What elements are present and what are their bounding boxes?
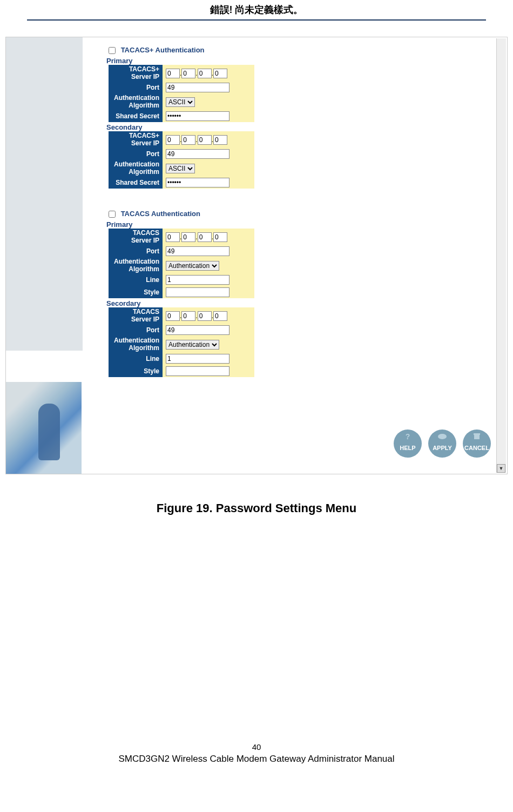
ip-octet-input[interactable] — [181, 69, 195, 78]
auth-alg-select[interactable]: ASCII — [166, 164, 195, 173]
page-number: 40 — [0, 742, 513, 751]
apply-button[interactable]: APPLY — [428, 430, 456, 458]
ip-octet-input[interactable] — [198, 69, 212, 78]
help-button[interactable]: ? HELP — [394, 430, 422, 458]
style-input[interactable] — [166, 287, 230, 297]
line-input[interactable] — [166, 275, 230, 285]
tacacs-title: TACACS Authentication — [121, 210, 200, 218]
apply-icon — [437, 433, 448, 440]
ip-octet-input[interactable] — [181, 311, 195, 321]
help-label: HELP — [400, 445, 415, 451]
field-label: TACACS Server IP — [109, 307, 163, 324]
ip-octet-input[interactable] — [166, 69, 180, 78]
field-label: Port — [109, 324, 163, 336]
ip-octet-input[interactable] — [213, 135, 227, 145]
line-input[interactable] — [166, 354, 230, 364]
port-input[interactable] — [166, 83, 230, 92]
table-row: Style — [109, 365, 254, 377]
table-row: TACACS+ Server IP ... — [109, 131, 254, 147]
shared-secret-input[interactable] — [166, 178, 230, 187]
page-footer: SMCD3GN2 Wireless Cable Modem Gateway Ad… — [0, 754, 513, 781]
svg-point-1 — [438, 434, 447, 439]
trash-icon — [471, 433, 482, 440]
table-row: Port — [109, 147, 254, 160]
field-label: Line — [109, 273, 163, 286]
table-row: Authentication Algorithm Authentication — [109, 257, 254, 273]
table-row: Port — [109, 324, 254, 336]
tacacs-plus-title: TACACS+ Authentication — [121, 46, 205, 54]
cancel-label: CANCEL — [464, 445, 489, 451]
field-label: Style — [109, 286, 163, 298]
table-row: Style — [109, 286, 254, 298]
field-label: Shared Secret — [109, 110, 163, 122]
table-row: TACACS Server IP ... — [109, 229, 254, 245]
tacacs-secondary-table: TACACS Server IP ... Port Authentication… — [109, 307, 254, 377]
table-row: Line — [109, 352, 254, 365]
field-label: Authentication Algorithm — [109, 93, 163, 110]
field-label: Port — [109, 81, 163, 93]
auth-alg-select[interactable]: Authentication — [166, 340, 219, 350]
ip-octet-input[interactable] — [213, 311, 227, 321]
ip-octet-input[interactable] — [181, 135, 195, 145]
table-row: Port — [109, 245, 254, 257]
port-input[interactable] — [166, 149, 230, 159]
ip-octet-input[interactable] — [181, 232, 195, 242]
tacacs-plus-secondary-heading: Secondary — [106, 123, 496, 131]
cancel-button[interactable]: CANCEL — [463, 430, 491, 458]
screenshot-frame: ▼ TACACS+ Authentication Primary TACACS+… — [5, 37, 508, 474]
field-label: Line — [109, 352, 163, 365]
field-label: Authentication Algorithm — [109, 257, 163, 273]
table-row: Shared Secret — [109, 176, 254, 189]
field-label: Port — [109, 147, 163, 160]
svg-text:?: ? — [406, 433, 410, 440]
auth-alg-select[interactable]: ASCII — [166, 97, 195, 107]
ip-octet-input[interactable] — [198, 232, 212, 242]
field-label: Port — [109, 245, 163, 257]
port-input[interactable] — [166, 325, 230, 335]
port-input[interactable] — [166, 246, 230, 256]
tacacs-section: TACACS Authentication — [106, 209, 496, 219]
ip-octet-input[interactable] — [213, 69, 227, 78]
field-label: Style — [109, 365, 163, 377]
header-rule — [27, 19, 486, 21]
shared-secret-input[interactable] — [166, 111, 230, 121]
tacacs-plus-section: TACACS+ Authentication — [106, 45, 496, 56]
ip-octet-input[interactable] — [198, 135, 212, 145]
field-label: TACACS+ Server IP — [109, 131, 163, 147]
tacacs-checkbox[interactable] — [109, 211, 116, 218]
ip-octet-input[interactable] — [198, 311, 212, 321]
field-label: Authentication Algorithm — [109, 160, 163, 176]
ip-octet-input[interactable] — [213, 232, 227, 242]
svg-rect-2 — [474, 434, 480, 439]
table-row: Authentication Algorithm Authentication — [109, 336, 254, 352]
content-area: TACACS+ Authentication Primary TACACS+ S… — [6, 37, 507, 474]
ip-octet-input[interactable] — [166, 232, 180, 242]
figure-caption: Figure 19. Password Settings Menu — [0, 501, 513, 515]
ip-octet-input[interactable] — [166, 311, 180, 321]
style-input[interactable] — [166, 366, 230, 376]
field-label: Shared Secret — [109, 176, 163, 189]
tacacs-plus-checkbox[interactable] — [109, 47, 116, 54]
field-label: Authentication Algorithm — [109, 336, 163, 352]
tacacs-secondary-heading: Secordary — [106, 299, 496, 307]
question-icon: ? — [402, 433, 413, 440]
tacacs-primary-heading: Primary — [106, 220, 496, 229]
table-row: Line — [109, 273, 254, 286]
table-row: Shared Secret — [109, 110, 254, 122]
ip-octet-input[interactable] — [166, 135, 180, 145]
table-row: TACACS Server IP ... — [109, 307, 254, 324]
field-label: TACACS Server IP — [109, 229, 163, 245]
table-row: Authentication Algorithm ASCII — [109, 160, 254, 176]
tacacs-plus-secondary-table: TACACS+ Server IP ... Port Authenticatio… — [109, 131, 254, 189]
page-error-header: 錯誤! 尚未定義樣式。 — [0, 0, 513, 19]
ip-field-cell: ... — [163, 65, 254, 81]
table-row: TACACS+ Server IP ... — [109, 65, 254, 81]
tacacs-primary-table: TACACS Server IP ... Port Authentication… — [109, 229, 254, 298]
svg-rect-3 — [474, 433, 480, 435]
auth-alg-select[interactable]: Authentication — [166, 261, 219, 271]
table-row: Port — [109, 81, 254, 93]
action-buttons: ? HELP APPLY CANCEL — [394, 430, 491, 458]
table-row: Authentication Algorithm ASCII — [109, 93, 254, 110]
tacacs-plus-primary-table: TACACS+ Server IP ... Port Authenticatio… — [109, 65, 254, 122]
tacacs-plus-primary-heading: Primary — [106, 57, 496, 65]
